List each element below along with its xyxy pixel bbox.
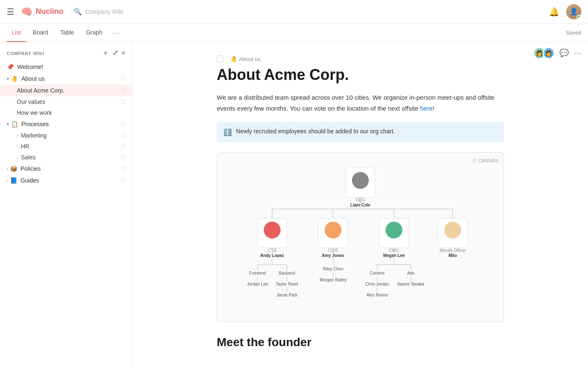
canvas-block: ⬡ CANVAS CEO Liam Cole bbox=[217, 152, 504, 322]
tab-graph[interactable]: Graph bbox=[81, 24, 108, 42]
svg-point-13 bbox=[325, 222, 341, 238]
svg-point-18 bbox=[386, 222, 402, 238]
svg-text:Naomi Tanaka: Naomi Tanaka bbox=[397, 282, 424, 286]
app-name: Nuclino bbox=[36, 7, 63, 16]
info-box: ℹ️ Newly recruited employees should be a… bbox=[217, 122, 504, 142]
sidebar-item-sales[interactable]: › Sales ☐ bbox=[0, 152, 132, 163]
tab-more-icon[interactable]: ⋯ bbox=[113, 28, 120, 37]
about-us-check: ☐ bbox=[121, 76, 126, 82]
tab-board[interactable]: Board bbox=[28, 24, 53, 42]
svg-text:Jamie Park: Jamie Park bbox=[276, 293, 298, 297]
sidebar-item-how-we-work[interactable]: How we work bbox=[0, 107, 132, 118]
svg-text:Taylor Reed: Taylor Reed bbox=[276, 282, 298, 286]
doc-body: We are a distributed team spread across … bbox=[217, 92, 504, 114]
chevron-down-icon: ▾ bbox=[7, 76, 9, 82]
sidebar-item-policies[interactable]: › 📦 Policies ☐ bbox=[0, 163, 132, 175]
content-inner: 🤚 About us About Acme Corp. We are a dis… bbox=[197, 42, 524, 368]
hr-label: HR bbox=[21, 143, 121, 150]
processes-label: Processes bbox=[21, 121, 121, 127]
sidebar-group-processes-header[interactable]: ▾ 📋 Processes ☐ bbox=[0, 118, 132, 130]
sidebar-header: COMPANY WIKI ＋ ⤢ « bbox=[0, 47, 132, 61]
about-acme-check: ☐ bbox=[121, 87, 126, 93]
svg-text:Frontend: Frontend bbox=[249, 271, 266, 275]
svg-text:Backend: Backend bbox=[279, 271, 295, 275]
svg-text:Content: Content bbox=[370, 271, 384, 275]
doc-top: 🤚 About us bbox=[217, 52, 504, 62]
here-link[interactable]: here bbox=[420, 105, 433, 112]
sidebar-item-welcome[interactable]: 📌 Welcome! bbox=[0, 61, 132, 73]
pin-icon: 📌 bbox=[7, 64, 14, 70]
sidebar-item-marketing[interactable]: › Marketing ☐ bbox=[0, 130, 132, 141]
chevron-right-hr-icon: › bbox=[17, 144, 18, 149]
marketing-label: Marketing bbox=[21, 132, 121, 139]
chevron-down-processes-icon: ▾ bbox=[7, 122, 9, 127]
chevron-right-marketing-icon: › bbox=[17, 133, 18, 138]
sidebar-group-about-us: ▾ 🤚 About us ☐ About Acme Corp. ☐ Our va… bbox=[0, 73, 132, 118]
svg-text:Morgan Bailey: Morgan Bailey bbox=[320, 278, 346, 282]
tab-table[interactable]: Table bbox=[55, 24, 79, 42]
sidebar-item-guides[interactable]: › 📘 Guides ☐ bbox=[0, 175, 132, 186]
svg-text:Riley Chen: Riley Chen bbox=[323, 267, 344, 271]
content-area: 👩 👩 💬 ⋯ 🤚 About us About Acme Corp. We a… bbox=[133, 42, 588, 368]
svg-point-23 bbox=[444, 222, 461, 238]
expand-icon[interactable]: ⤢ bbox=[113, 49, 118, 58]
guides-label: Guides bbox=[21, 177, 121, 184]
svg-text:Morale Officer: Morale Officer bbox=[440, 248, 466, 253]
sidebar-item-our-values[interactable]: Our values ☐ bbox=[0, 96, 132, 107]
more-options-icon[interactable]: ⋯ bbox=[574, 48, 581, 58]
chevron-right-sales-icon: › bbox=[17, 155, 18, 160]
collapse-sidebar-icon[interactable]: « bbox=[122, 49, 126, 58]
section2-title: Meet the founder bbox=[217, 336, 504, 349]
sidebar-group-processes: ▾ 📋 Processes ☐ › Marketing ☐ › HR ☐ › S… bbox=[0, 118, 132, 163]
tab-bar: List Board Table Graph ⋯ Saved bbox=[0, 24, 588, 42]
online-dot bbox=[577, 15, 581, 19]
main-area: COMPANY WIKI ＋ ⤢ « 📌 Welcome! ▾ 🤚 About … bbox=[0, 42, 588, 368]
svg-point-8 bbox=[264, 222, 281, 238]
breadcrumb-label[interactable]: About us bbox=[239, 56, 260, 62]
svg-text:Ads: Ads bbox=[407, 271, 414, 275]
search-placeholder: Company Wiki bbox=[85, 8, 123, 15]
notification-bell-icon[interactable]: 🔔 bbox=[549, 7, 559, 17]
search-icon: 🔍 bbox=[74, 8, 82, 16]
sidebar-item-about-acme[interactable]: About Acme Corp. ☐ bbox=[0, 85, 132, 96]
breadcrumb-emoji: 🤚 bbox=[230, 56, 237, 62]
collab-avatars: 👩 👩 bbox=[533, 47, 554, 59]
org-chart: CEO Liam Cole CTO Andy Lopez bbox=[224, 159, 497, 315]
saved-label: Saved bbox=[566, 29, 581, 36]
content-actions: 👩 👩 💬 ⋯ bbox=[533, 47, 581, 59]
processes-emoji: 📋 bbox=[11, 121, 18, 127]
user-avatar[interactable]: 👤 bbox=[566, 4, 581, 19]
chevron-right-guides-icon: › bbox=[7, 178, 8, 183]
sidebar: COMPANY WIKI ＋ ⤢ « 📌 Welcome! ▾ 🤚 About … bbox=[0, 42, 133, 368]
collab-avatar-2: 👩 bbox=[543, 47, 554, 59]
doc-body-text1: We are a distributed team spread across … bbox=[217, 94, 494, 112]
tab-list[interactable]: List bbox=[7, 24, 26, 42]
comment-icon[interactable]: 💬 bbox=[559, 48, 569, 58]
top-nav: ☰ 🧠 Nuclino 🔍 Company Wiki 🔔 👤 bbox=[0, 0, 588, 24]
hamburger-icon[interactable]: ☰ bbox=[7, 7, 14, 17]
sidebar-header-actions: ＋ ⤢ « bbox=[102, 49, 126, 58]
about-us-label: About us bbox=[21, 75, 121, 82]
chevron-right-policies-icon: › bbox=[7, 166, 8, 171]
svg-text:Alex Rivera: Alex Rivera bbox=[366, 293, 388, 297]
policies-emoji: 📦 bbox=[10, 165, 17, 172]
add-icon[interactable]: ＋ bbox=[102, 49, 109, 58]
svg-point-1 bbox=[352, 172, 369, 189]
canvas-label-text: CANVAS bbox=[478, 158, 499, 163]
logo-area: 🧠 Nuclino bbox=[21, 6, 63, 17]
sidebar-item-hr[interactable]: › HR ☐ bbox=[0, 141, 132, 152]
about-acme-label: About Acme Corp. bbox=[17, 87, 121, 94]
doc-title: About Acme Corp. bbox=[217, 66, 504, 84]
sidebar-group-about-us-header[interactable]: ▾ 🤚 About us ☐ bbox=[0, 73, 132, 85]
logo-brain-icon: 🧠 bbox=[21, 6, 32, 17]
info-text: Newly recruited employees should be adde… bbox=[236, 128, 395, 135]
sidebar-item-welcome-label: Welcome! bbox=[17, 64, 43, 70]
svg-text:Chris Jordan: Chris Jordan bbox=[365, 282, 389, 286]
breadcrumb: 🤚 About us bbox=[230, 56, 260, 62]
guides-emoji: 📘 bbox=[10, 177, 17, 184]
svg-text:Milo: Milo bbox=[449, 253, 457, 258]
doc-checkbox[interactable] bbox=[217, 56, 223, 62]
canvas-label: ⬡ CANVAS bbox=[472, 158, 499, 163]
search-area[interactable]: 🔍 Company Wiki bbox=[74, 8, 123, 16]
about-us-emoji: 🤚 bbox=[11, 75, 18, 82]
